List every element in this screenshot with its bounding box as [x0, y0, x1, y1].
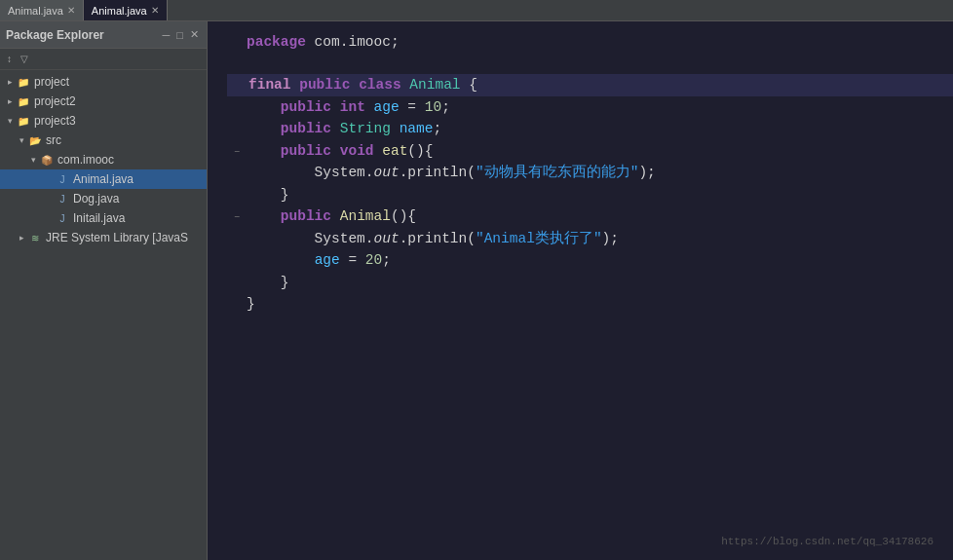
ctor-out: out: [374, 231, 400, 246]
ctor-close: );: [602, 231, 619, 246]
type-string: String: [340, 121, 400, 136]
code-line-name: public String name;: [227, 118, 953, 139]
ctor-str: "Animal类执行了": [476, 231, 602, 246]
main-area: Package Explorer ─ □ ✕ ↕ ▽ ▸ 📁 project ▸: [0, 21, 953, 560]
fold-eat-icon[interactable]: −: [231, 147, 243, 159]
tab-bar: Animal.java ✕ Animal.java ✕: [0, 0, 953, 21]
project-folder-icon: 📁: [16, 75, 31, 89]
semi-age-assign: ;: [382, 252, 391, 268]
eat-body-str: "动物具有吃东西的能力": [476, 165, 638, 180]
kw-public-eat: public: [281, 143, 340, 159]
tree-arrow-com-imooc: ▾: [27, 155, 39, 165]
indent-eat: [247, 143, 281, 159]
package-explorer-tree[interactable]: ▸ 📁 project ▸ 📁 project2 ▾ 📁 project3: [0, 70, 207, 560]
package-explorer-panel: Package Explorer ─ □ ✕ ↕ ▽ ▸ 📁 project ▸: [0, 21, 208, 560]
method-constructor: Animal: [340, 208, 391, 224]
tab-close-active-icon[interactable]: ✕: [151, 5, 159, 16]
indent-age-assign: [247, 252, 315, 268]
indent-name: [247, 121, 281, 136]
code-editor[interactable]: package com.imooc; final public class An…: [208, 21, 953, 560]
pkg-name: com.imooc;: [306, 34, 400, 50]
code-line-eat-body: System.out.println("动物具有吃东西的能力");: [227, 162, 953, 183]
eat-close-brace: }: [247, 187, 289, 203]
tree-label-jre: JRE System Library [JavaS: [46, 231, 188, 244]
line-content-class-close: }: [247, 293, 953, 315]
sidebar-close-icon[interactable]: ✕: [188, 27, 201, 42]
fold-constructor-icon[interactable]: −: [231, 212, 243, 224]
collapse-all-icon[interactable]: ↕: [4, 53, 15, 65]
sidebar-maximize-icon[interactable]: □: [174, 28, 185, 42]
line-content-class: final public class Animal {: [247, 74, 953, 95]
eat-body-close: );: [638, 165, 655, 180]
num-10: 10: [425, 99, 441, 115]
line-content-constructor-body1: System.out.println("Animal类执行了");: [247, 228, 953, 249]
tree-arrow-jre: ▸: [16, 233, 27, 243]
code-line-class-close: }: [227, 293, 953, 315]
src-folder-icon: 📂: [27, 133, 43, 147]
code-line-age: public int age = 10;: [227, 96, 953, 118]
kw-public-constructor: public: [281, 208, 340, 224]
sidebar-header: Package Explorer ─ □ ✕: [0, 21, 207, 49]
tree-label-project: project: [34, 75, 69, 89]
tab-close-icon[interactable]: ✕: [67, 5, 75, 16]
kw-public-name: public: [281, 121, 340, 136]
indent-age: [247, 99, 281, 115]
kw-int: int: [340, 99, 374, 115]
eat-parens: (){: [407, 143, 433, 159]
project3-folder-icon: 📁: [16, 114, 31, 128]
tree-item-com-imooc[interactable]: ▾ 📦 com.imooc: [0, 150, 207, 169]
sidebar-title: Package Explorer: [6, 28, 104, 42]
tree-item-jre[interactable]: ▸ ≋ JRE System Library [JavaS: [0, 228, 207, 247]
tree-label-project3: project3: [34, 114, 76, 128]
kw-public-age: public: [281, 99, 340, 115]
ctor-println: .println(: [400, 231, 476, 246]
line-content-age: public int age = 10;: [247, 96, 953, 118]
tab-animal-java-left[interactable]: Animal.java ✕: [0, 0, 84, 20]
code-line-1: package com.imooc;: [227, 31, 953, 53]
class-close-brace: }: [247, 296, 255, 312]
tab-animal-java-right[interactable]: Animal.java ✕: [84, 0, 168, 20]
watermark: https://blog.csdn.net/qq_34178626: [721, 534, 934, 550]
line-content-eat-body: System.out.println("动物具有吃东西的能力");: [247, 162, 953, 183]
indent-constructor: [247, 208, 281, 224]
tree-label-com-imooc: com.imooc: [57, 153, 114, 167]
sidebar-minimize-icon[interactable]: ─: [161, 28, 172, 42]
semi-name: ;: [433, 121, 441, 136]
kw-final: final: [248, 77, 299, 93]
method-eat: eat: [382, 143, 407, 159]
var-age: age: [374, 99, 400, 115]
tree-arrow-project2: ▸: [4, 96, 16, 106]
tab-label: Animal.java: [8, 5, 63, 17]
link-with-editor-icon[interactable]: ▽: [18, 53, 31, 65]
tree-item-project2[interactable]: ▸ 📁 project2: [0, 92, 207, 111]
tree-item-animal-java[interactable]: J Animal.java: [0, 169, 207, 189]
tree-label-initail-java: Initail.java: [73, 211, 125, 225]
code-line-eat: − public void eat(){: [227, 140, 953, 162]
tree-arrow-project: ▸: [4, 77, 16, 87]
code-line-constructor-body1: System.out.println("Animal类执行了");: [227, 228, 953, 249]
tree-item-dog-java[interactable]: J Dog.java: [0, 189, 207, 208]
code-line-constructor-close: }: [227, 272, 953, 293]
tree-item-initail-java[interactable]: J Initail.java: [0, 208, 207, 228]
initail-java-icon: J: [55, 211, 70, 225]
line-content-age-assign: age = 20;: [247, 249, 953, 271]
sidebar-toolbar: ↕ ▽: [0, 49, 207, 70]
tree-item-project[interactable]: ▸ 📁 project: [0, 72, 207, 92]
line-content-1: package com.imooc;: [247, 31, 953, 53]
var-age-assign: age: [315, 252, 340, 268]
kw-package: package: [247, 34, 306, 50]
num-20: 20: [365, 252, 382, 268]
code-line-constructor: − public Animal(){: [227, 205, 953, 227]
line-content-eat-close: }: [247, 184, 953, 205]
semi-age: ;: [441, 99, 450, 115]
tree-arrow-src: ▾: [16, 135, 27, 145]
tree-item-src[interactable]: ▾ 📂 src: [0, 131, 207, 150]
line-content-constructor-close: }: [247, 272, 953, 293]
project2-folder-icon: 📁: [16, 94, 31, 108]
tree-item-project3[interactable]: ▾ 📁 project3: [0, 111, 207, 131]
eq-age: =: [400, 99, 425, 115]
tree-arrow-project3: ▾: [4, 116, 16, 126]
kw-void-eat: void: [340, 143, 383, 159]
class-animal: Animal: [409, 77, 460, 93]
package-icon: 📦: [39, 153, 55, 167]
